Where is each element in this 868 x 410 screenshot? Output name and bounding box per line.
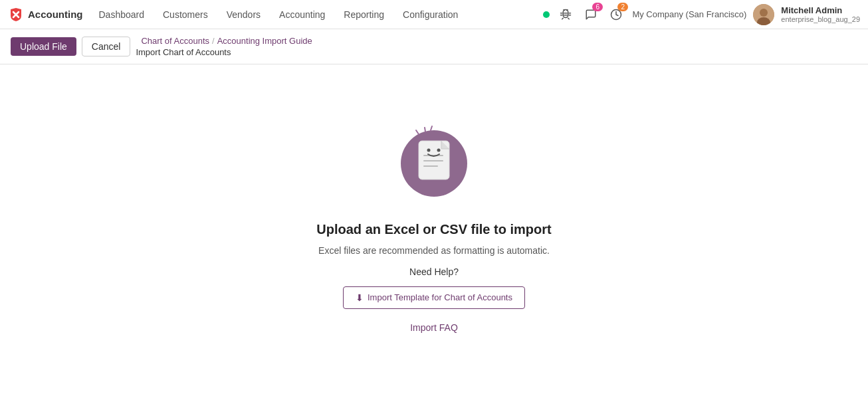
svg-point-2 — [760, 9, 768, 17]
svg-line-11 — [416, 130, 419, 134]
app-name-label: Accounting — [28, 9, 83, 20]
activity-icon-btn[interactable]: 2 — [607, 5, 625, 24]
user-name: Mitchell Admin — [781, 5, 842, 15]
avatar[interactable] — [753, 4, 774, 25]
nav-right: 6 2 My Company (San Francisco) Mitchell … — [543, 4, 860, 25]
breadcrumb-separator: / — [212, 36, 215, 46]
breadcrumb: Chart of Accounts / Accounting Import Gu… — [141, 36, 312, 46]
upload-illustration — [391, 116, 477, 202]
bug-icon-btn[interactable] — [556, 5, 575, 24]
breadcrumb-chart-of-accounts[interactable]: Chart of Accounts — [141, 36, 209, 46]
nav-vendors[interactable]: Vendors — [219, 7, 269, 23]
svg-point-10 — [437, 148, 441, 152]
top-nav: Accounting Dashboard Customers Vendors A… — [0, 0, 868, 29]
svg-line-12 — [425, 128, 425, 132]
page-title: Import Chart of Accounts — [136, 47, 312, 57]
activity-badge: 2 — [617, 3, 628, 11]
messages-icon-btn[interactable]: 6 — [582, 5, 600, 24]
user-info: Mitchell Admin enterprise_blog_aug_29 — [781, 5, 860, 23]
breadcrumb-area: Chart of Accounts / Accounting Import Gu… — [136, 36, 312, 57]
cancel-button[interactable]: Cancel — [82, 37, 131, 56]
toolbar: Upload File Cancel Chart of Accounts / A… — [0, 29, 868, 64]
svg-point-9 — [427, 148, 431, 152]
need-help-text: Need Help? — [409, 266, 459, 277]
user-sub: enterprise_blog_aug_29 — [781, 15, 860, 23]
app-logo-icon — [8, 7, 24, 23]
download-icon: ⬇ — [356, 292, 364, 303]
import-faq-link[interactable]: Import FAQ — [410, 322, 458, 333]
nav-reporting[interactable]: Reporting — [336, 7, 392, 23]
template-button-label: Import Template for Chart of Accounts — [368, 292, 512, 302]
bug-icon — [560, 9, 572, 21]
breadcrumb-import-guide[interactable]: Accounting Import Guide — [217, 36, 312, 46]
nav-configuration[interactable]: Configuration — [395, 7, 466, 23]
svg-line-13 — [431, 126, 432, 130]
company-name: My Company (San Francisco) — [632, 9, 746, 19]
template-download-button[interactable]: ⬇ Import Template for Chart of Accounts — [343, 286, 525, 309]
messages-badge: 6 — [592, 3, 603, 11]
main-content: Upload an Excel or CSV file to import Ex… — [0, 64, 868, 383]
upload-file-button[interactable]: Upload File — [11, 37, 76, 56]
nav-accounting[interactable]: Accounting — [271, 7, 333, 23]
status-indicator — [543, 11, 550, 18]
app-logo[interactable]: Accounting — [8, 7, 83, 23]
nav-customers[interactable]: Customers — [155, 7, 216, 23]
upload-title: Upload an Excel or CSV file to import — [316, 222, 551, 237]
user-avatar-image — [753, 4, 774, 25]
upload-subtitle: Excel files are recommended as formattin… — [318, 245, 550, 256]
nav-dashboard[interactable]: Dashboard — [91, 7, 153, 23]
